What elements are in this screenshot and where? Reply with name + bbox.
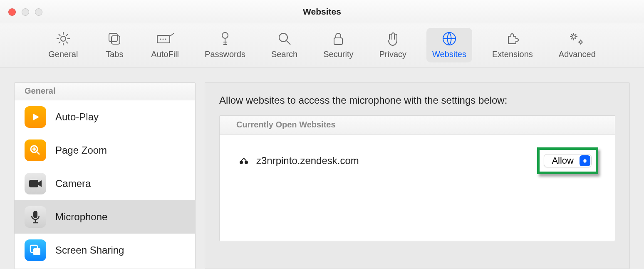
svg-rect-9 — [334, 38, 342, 45]
svg-point-4 — [160, 39, 161, 40]
sidebar-item-screensharing[interactable]: Screen Sharing — [15, 234, 195, 267]
hand-icon — [384, 30, 401, 47]
tab-autofill[interactable]: AutoFill — [145, 28, 185, 62]
titlebar: Websites — [0, 0, 644, 23]
main-panel: Allow websites to access the microphone … — [205, 82, 630, 269]
sidebar-item-autoplay[interactable]: Auto-Play — [15, 100, 195, 134]
tab-label: Advanced — [559, 50, 596, 59]
svg-point-11 — [572, 35, 575, 38]
puzzle-icon — [504, 30, 521, 47]
tab-security[interactable]: Security — [317, 28, 359, 62]
sidebar-item-camera[interactable]: Camera — [15, 167, 195, 200]
sidebar-section-header: General — [15, 83, 195, 100]
site-domain: z3nrpinto.zendesk.com — [256, 155, 359, 167]
svg-point-6 — [165, 39, 166, 40]
search-icon — [276, 30, 293, 47]
tab-advanced[interactable]: Advanced — [553, 28, 602, 62]
tab-tabs[interactable]: Tabs — [98, 28, 131, 62]
tab-label: General — [48, 50, 78, 59]
permission-select[interactable]: Allow — [544, 154, 592, 167]
zoom-icon — [25, 139, 46, 161]
lock-icon — [330, 30, 347, 47]
sidebar-item-label: Page Zoom — [55, 144, 107, 156]
svg-point-8 — [279, 33, 287, 42]
minimize-button[interactable] — [22, 8, 29, 16]
table-row[interactable]: z3nrpinto.zendesk.com Allow — [220, 135, 615, 241]
sidebar-item-label: Screen Sharing — [55, 244, 124, 256]
microphone-icon — [25, 206, 46, 228]
autofill-icon — [156, 30, 175, 47]
globe-icon — [441, 30, 458, 47]
svg-point-7 — [222, 32, 228, 38]
annotation-highlight: Allow — [537, 147, 598, 174]
sidebar-item-label: Camera — [55, 178, 91, 189]
tab-label: Security — [323, 50, 353, 59]
svg-rect-17 — [33, 248, 40, 255]
tab-label: Search — [271, 50, 297, 59]
tab-passwords[interactable]: Passwords — [199, 28, 251, 62]
tab-general[interactable]: General — [42, 28, 84, 62]
sidebar-item-microphone[interactable]: Microphone — [15, 200, 195, 234]
window-controls — [8, 8, 42, 16]
row-site: z3nrpinto.zendesk.com — [239, 155, 359, 167]
sidebar: General Auto-Play Page Zoom Camera Micro… — [14, 82, 196, 269]
tab-label: Tabs — [106, 50, 123, 59]
sidebar-item-label: Microphone — [55, 211, 107, 223]
tab-label: Passwords — [205, 50, 245, 59]
sidebar-item-pagezoom[interactable]: Page Zoom — [15, 134, 195, 167]
panel-heading: Allow websites to access the microphone … — [219, 95, 615, 106]
gear-icon — [55, 30, 72, 47]
preferences-toolbar: General Tabs AutoFill Passwords Search — [0, 23, 644, 67]
tab-extensions[interactable]: Extensions — [486, 28, 539, 62]
screensharing-icon — [25, 239, 46, 261]
svg-rect-1 — [109, 33, 117, 42]
tab-label: AutoFill — [151, 50, 179, 59]
play-icon — [25, 106, 46, 128]
svg-point-12 — [580, 41, 582, 43]
maximize-button[interactable] — [35, 8, 42, 16]
chevron-updown-icon — [580, 155, 590, 166]
camera-icon — [25, 173, 46, 194]
svg-rect-2 — [111, 36, 120, 44]
table-header: Currently Open Websites — [220, 116, 615, 135]
tab-websites[interactable]: Websites — [426, 28, 472, 62]
svg-point-19 — [245, 161, 248, 164]
window-title: Websites — [0, 7, 644, 17]
websites-table: Currently Open Websites z3nrpinto.zendes… — [219, 115, 615, 241]
tab-privacy[interactable]: Privacy — [374, 28, 413, 62]
content-area: General Auto-Play Page Zoom Camera Micro… — [0, 67, 644, 269]
tab-search[interactable]: Search — [265, 28, 303, 62]
svg-point-0 — [61, 36, 66, 41]
tabs-icon — [106, 30, 123, 47]
key-icon — [217, 30, 233, 47]
svg-rect-14 — [29, 180, 38, 187]
svg-rect-15 — [33, 211, 37, 218]
svg-point-18 — [240, 161, 243, 164]
permission-value: Allow — [552, 155, 574, 166]
sidebar-item-label: Auto-Play — [55, 111, 99, 123]
tab-label: Privacy — [379, 50, 407, 59]
gears-icon — [567, 30, 587, 47]
tab-label: Websites — [432, 50, 466, 59]
close-button[interactable] — [8, 8, 16, 16]
svg-point-5 — [162, 39, 163, 40]
tab-label: Extensions — [492, 50, 533, 59]
site-favicon-icon — [239, 156, 249, 166]
